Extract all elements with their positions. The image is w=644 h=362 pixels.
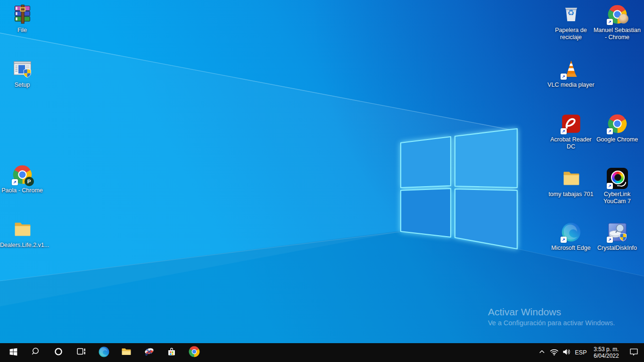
recycle-symbol: ♻ xyxy=(561,8,582,17)
setup-installer-icon xyxy=(12,58,33,80)
network-button[interactable] xyxy=(548,343,560,362)
desktop-wallpaper[interactable]: File Setup xyxy=(0,0,644,362)
youcam-icon xyxy=(607,168,628,189)
winrar-icon xyxy=(12,4,33,25)
action-center-icon xyxy=(629,347,639,359)
desktop-icon-recycle-bin[interactable]: ♻ Papelera de reciclaje xyxy=(547,4,595,41)
shortcut-arrow-icon xyxy=(561,74,567,80)
shortcut-arrow-icon xyxy=(607,19,613,25)
clock[interactable]: 3:53 p. m. 6/04/2022 xyxy=(589,343,623,362)
snipping-tool-button[interactable] xyxy=(138,343,160,362)
desktop-icon-chrome[interactable]: Google Chrome xyxy=(593,113,641,143)
shortcut-arrow-icon xyxy=(561,128,567,134)
chrome-taskbar-button[interactable] xyxy=(183,343,206,362)
taskbar: ESP 3:53 p. m. 6/04/2022 xyxy=(0,343,644,362)
edge-taskbar-button[interactable] xyxy=(92,343,115,362)
search-button[interactable] xyxy=(25,343,47,362)
store-bag-icon xyxy=(166,346,177,359)
desktop-icon-label: File xyxy=(0,27,44,34)
file-explorer-button[interactable] xyxy=(115,343,138,362)
clock-date: 6/04/2022 xyxy=(594,353,619,359)
cortana-circle-icon xyxy=(53,346,64,359)
file-explorer-icon xyxy=(121,346,132,359)
desktop-icon-acrobat[interactable]: Acrobat Reader DC xyxy=(547,113,595,150)
desktop-icon-label: VLC media player xyxy=(547,82,595,89)
wifi-icon xyxy=(549,347,559,359)
chrome-profile-icon: P xyxy=(12,164,33,185)
folder-icon xyxy=(561,168,582,189)
activation-watermark: Activar Windows Ve a Configuración para … xyxy=(488,306,615,327)
cortana-button[interactable] xyxy=(47,343,70,362)
desktop-icon-label: Setup xyxy=(0,82,44,89)
desktop-icon-crystaldiskinfo[interactable]: CrystalDiskInfo xyxy=(593,222,641,252)
shortcut-arrow-icon xyxy=(561,237,567,243)
microsoft-store-button[interactable] xyxy=(160,343,183,362)
desktop-icon-file[interactable]: File xyxy=(0,4,44,34)
shortcut-arrow-icon xyxy=(12,179,18,185)
acrobat-reader-icon xyxy=(561,113,582,134)
desktop-icon-edge[interactable]: Microsoft Edge xyxy=(547,222,595,252)
edge-icon xyxy=(98,346,110,360)
desktop-icon-label: Manuel Sebastian - Chrome xyxy=(593,27,641,41)
scissors-ellipse-icon xyxy=(143,346,155,360)
desktop-icon-manuel-chrome[interactable]: Manuel Sebastian - Chrome xyxy=(593,4,641,41)
chrome-profile-photo-icon xyxy=(607,4,628,25)
tray-chevron-button[interactable] xyxy=(536,343,548,362)
profile-badge: P xyxy=(25,177,34,186)
profile-photo-badge xyxy=(619,14,628,24)
desktop-icon-label: Acrobat Reader DC xyxy=(547,136,595,150)
watermark-subtitle: Ve a Configuración para activar Windows. xyxy=(488,319,615,327)
volume-button[interactable] xyxy=(560,343,572,362)
language-indicator[interactable]: ESP xyxy=(572,343,589,362)
watermark-title: Activar Windows xyxy=(488,306,615,318)
search-icon xyxy=(31,346,41,359)
desktop-icon-label: Papelera de reciclaje xyxy=(547,27,595,41)
shortcut-arrow-icon xyxy=(607,237,613,243)
edge-icon xyxy=(561,222,582,243)
shortcut-arrow-icon xyxy=(607,183,613,189)
desktop-icon-youcam[interactable]: CyberLink YouCam 7 xyxy=(593,168,641,205)
task-view-button[interactable] xyxy=(70,343,92,362)
chevron-up-icon xyxy=(537,347,546,358)
desktop-icon-tomy-folder[interactable]: tomy tabajas 701 xyxy=(547,168,595,198)
start-button[interactable] xyxy=(2,343,25,362)
desktop-icon-label: CrystalDiskInfo xyxy=(593,245,641,252)
desktop-icon-setup[interactable]: Setup xyxy=(0,58,44,89)
chrome-icon xyxy=(607,113,628,134)
desktop-icon-vlc[interactable]: VLC media player xyxy=(547,58,595,89)
desktop-icon-label: Microsoft Edge xyxy=(547,245,595,252)
chrome-icon xyxy=(188,346,200,360)
desktop-icon-paola-chrome[interactable]: P Paola - Chrome xyxy=(0,164,44,194)
desktop-icon-label: tomy tabajas 701 xyxy=(547,191,595,198)
recycle-bin-icon: ♻ xyxy=(561,4,582,25)
desktop-icon-dealers-folder[interactable]: Dealers.Life.2.v1... xyxy=(0,219,44,249)
folder-icon xyxy=(12,219,33,240)
shortcut-arrow-icon xyxy=(607,128,613,134)
speaker-icon xyxy=(561,347,571,359)
task-view-icon xyxy=(76,346,86,359)
desktop-icon-label: CyberLink YouCam 7 xyxy=(593,191,641,205)
vlc-cone-icon xyxy=(561,58,582,80)
desktop-icon-label: Google Chrome xyxy=(593,136,641,143)
windows-start-icon xyxy=(8,347,18,359)
desktop-icon-label: Dealers.Life.2.v1... xyxy=(0,242,44,249)
desktop-icon-label: Paola - Chrome xyxy=(0,187,44,194)
crystaldiskinfo-icon xyxy=(607,222,628,243)
clock-time: 3:53 p. m. xyxy=(594,346,619,353)
action-center-button[interactable] xyxy=(623,343,644,362)
